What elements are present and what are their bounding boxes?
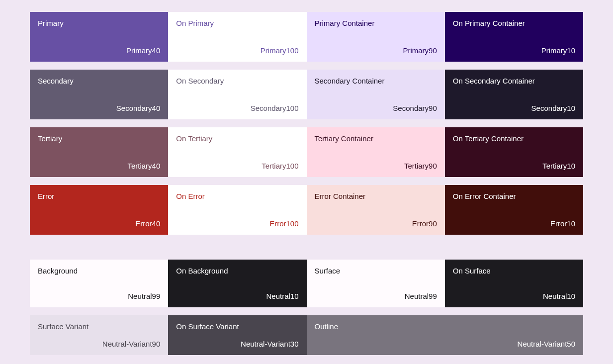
role-label: On Surface <box>453 267 575 275</box>
spacer <box>30 62 583 70</box>
role-label: On Secondary <box>176 77 298 85</box>
swatch-on-tertiary: On TertiaryTertiary100 <box>168 127 306 177</box>
swatch-background: BackgroundNeutral99 <box>30 260 168 307</box>
swatch-surface-variant: Surface VariantNeutral-Variant90 <box>30 315 168 355</box>
spacer <box>30 177 583 185</box>
swatch-on-background: On BackgroundNeutral10 <box>168 260 306 307</box>
swatch-on-secondary-container: On Secondary ContainerSecondary10 <box>445 70 583 119</box>
token-label: Neutral-Variant90 <box>38 340 160 348</box>
token-label: Secondary10 <box>453 104 575 112</box>
token-label: Neutral-Variant50 <box>315 340 576 348</box>
spacer <box>30 235 583 260</box>
swatch-on-primary-container: On Primary ContainerPrimary10 <box>445 12 583 62</box>
role-label: Surface <box>315 267 437 275</box>
role-label: Surface Variant <box>38 322 160 331</box>
token-label: Neutral10 <box>176 292 298 300</box>
swatch-tertiary: TertiaryTertiary40 <box>30 127 168 177</box>
swatch-on-secondary: On SecondarySecondary100 <box>168 70 306 119</box>
swatch-on-surface: On SurfaceNeutral10 <box>445 260 583 307</box>
role-label: Error Container <box>315 192 437 200</box>
swatch-error-container: Error ContainerError90 <box>307 185 445 235</box>
swatch-outline: OutlineNeutral-Variant50 <box>307 315 584 355</box>
swatch-primary: PrimaryPrimary40 <box>30 12 168 62</box>
swatch-tertiary-container: Tertiary ContainerTertiary90 <box>307 127 445 177</box>
color-palette-grid: PrimaryPrimary40On PrimaryPrimary100Prim… <box>30 12 583 355</box>
token-label: Neutral10 <box>453 292 575 300</box>
token-label: Error10 <box>453 219 575 228</box>
token-label: Tertiary100 <box>176 162 298 170</box>
token-label: Error40 <box>38 219 160 228</box>
role-label: Outline <box>315 322 576 331</box>
role-label: Tertiary <box>38 134 160 143</box>
role-label: Background <box>38 267 160 275</box>
token-label: Neutral-Variant30 <box>176 340 298 348</box>
token-label: Tertiary40 <box>38 162 160 170</box>
swatch-on-error-container: On Error ContainerError10 <box>445 185 583 235</box>
role-label: Error <box>38 192 160 200</box>
token-label: Secondary100 <box>176 104 298 112</box>
token-label: Tertiary10 <box>453 162 575 170</box>
role-label: Secondary <box>38 77 160 85</box>
role-label: On Tertiary <box>176 134 298 143</box>
role-label: On Primary Container <box>453 19 575 27</box>
role-label: Tertiary Container <box>315 134 437 143</box>
token-label: Error90 <box>315 219 437 228</box>
role-label: On Surface Variant <box>176 322 298 331</box>
swatch-secondary: SecondarySecondary40 <box>30 70 168 119</box>
token-label: Primary10 <box>453 46 575 55</box>
token-label: Neutral99 <box>38 292 160 300</box>
spacer <box>30 307 583 315</box>
token-label: Tertiary90 <box>315 162 437 170</box>
role-label: Primary <box>38 19 160 27</box>
role-label: On Tertiary Container <box>453 134 575 143</box>
swatch-secondary-container: Secondary ContainerSecondary90 <box>307 70 445 119</box>
swatch-on-error: On ErrorError100 <box>168 185 306 235</box>
role-label: Primary Container <box>315 19 437 27</box>
swatch-on-tertiary-container: On Tertiary ContainerTertiary10 <box>445 127 583 177</box>
token-label: Neutral99 <box>315 292 437 300</box>
role-label: On Secondary Container <box>453 77 575 85</box>
role-label: Secondary Container <box>315 77 437 85</box>
token-label: Secondary90 <box>315 104 437 112</box>
swatch-error: ErrorError40 <box>30 185 168 235</box>
spacer <box>30 119 583 127</box>
role-label: On Background <box>176 267 298 275</box>
swatch-surface: SurfaceNeutral99 <box>307 260 445 307</box>
token-label: Primary100 <box>176 46 298 55</box>
token-label: Primary40 <box>38 46 160 55</box>
token-label: Primary90 <box>315 46 437 55</box>
swatch-on-surface-variant: On Surface VariantNeutral-Variant30 <box>168 315 306 355</box>
role-label: On Primary <box>176 19 298 27</box>
token-label: Secondary40 <box>38 104 160 112</box>
role-label: On Error Container <box>453 192 575 200</box>
token-label: Error100 <box>176 219 298 228</box>
role-label: On Error <box>176 192 298 200</box>
swatch-on-primary: On PrimaryPrimary100 <box>168 12 306 62</box>
swatch-primary-container: Primary ContainerPrimary90 <box>307 12 445 62</box>
